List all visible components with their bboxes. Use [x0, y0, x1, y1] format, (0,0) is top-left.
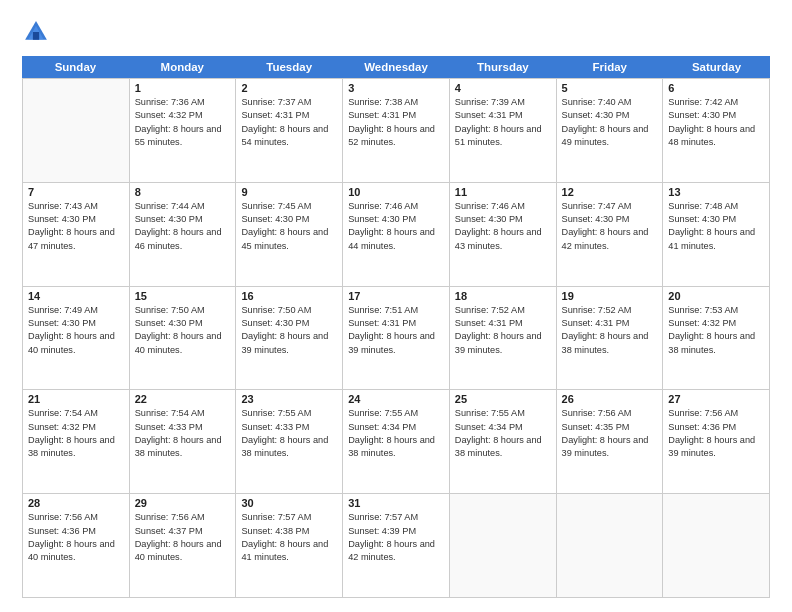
day-number: 1: [135, 82, 231, 94]
day-info: Sunrise: 7:55 AMSunset: 4:34 PMDaylight:…: [348, 407, 444, 460]
cal-cell-3: 3Sunrise: 7:38 AMSunset: 4:31 PMDaylight…: [343, 79, 450, 182]
day-info: Sunrise: 7:46 AMSunset: 4:30 PMDaylight:…: [455, 200, 551, 253]
cal-cell-empty-4-5: [557, 494, 664, 597]
cal-cell-14: 14Sunrise: 7:49 AMSunset: 4:30 PMDayligh…: [23, 287, 130, 390]
week-row-2: 7Sunrise: 7:43 AMSunset: 4:30 PMDaylight…: [22, 182, 770, 286]
day-info: Sunrise: 7:56 AMSunset: 4:36 PMDaylight:…: [668, 407, 764, 460]
day-number: 14: [28, 290, 124, 302]
day-number: 21: [28, 393, 124, 405]
day-info: Sunrise: 7:57 AMSunset: 4:39 PMDaylight:…: [348, 511, 444, 564]
day-number: 17: [348, 290, 444, 302]
logo: [22, 18, 54, 46]
day-number: 25: [455, 393, 551, 405]
cal-cell-31: 31Sunrise: 7:57 AMSunset: 4:39 PMDayligh…: [343, 494, 450, 597]
cal-cell-empty-4-6: [663, 494, 770, 597]
cal-cell-30: 30Sunrise: 7:57 AMSunset: 4:38 PMDayligh…: [236, 494, 343, 597]
day-info: Sunrise: 7:40 AMSunset: 4:30 PMDaylight:…: [562, 96, 658, 149]
day-info: Sunrise: 7:49 AMSunset: 4:30 PMDaylight:…: [28, 304, 124, 357]
day-info: Sunrise: 7:43 AMSunset: 4:30 PMDaylight:…: [28, 200, 124, 253]
cal-cell-22: 22Sunrise: 7:54 AMSunset: 4:33 PMDayligh…: [130, 390, 237, 493]
cal-cell-4: 4Sunrise: 7:39 AMSunset: 4:31 PMDaylight…: [450, 79, 557, 182]
calendar-header: SundayMondayTuesdayWednesdayThursdayFrid…: [22, 56, 770, 78]
day-number: 6: [668, 82, 764, 94]
cal-cell-24: 24Sunrise: 7:55 AMSunset: 4:34 PMDayligh…: [343, 390, 450, 493]
cal-cell-10: 10Sunrise: 7:46 AMSunset: 4:30 PMDayligh…: [343, 183, 450, 286]
week-row-4: 21Sunrise: 7:54 AMSunset: 4:32 PMDayligh…: [22, 389, 770, 493]
calendar: SundayMondayTuesdayWednesdayThursdayFrid…: [22, 56, 770, 598]
cal-cell-1: 1Sunrise: 7:36 AMSunset: 4:32 PMDaylight…: [130, 79, 237, 182]
day-number: 28: [28, 497, 124, 509]
day-number: 19: [562, 290, 658, 302]
day-number: 11: [455, 186, 551, 198]
cal-cell-11: 11Sunrise: 7:46 AMSunset: 4:30 PMDayligh…: [450, 183, 557, 286]
calendar-body: 1Sunrise: 7:36 AMSunset: 4:32 PMDaylight…: [22, 78, 770, 598]
day-number: 29: [135, 497, 231, 509]
cal-cell-27: 27Sunrise: 7:56 AMSunset: 4:36 PMDayligh…: [663, 390, 770, 493]
day-number: 26: [562, 393, 658, 405]
header-day-thursday: Thursday: [449, 56, 556, 78]
day-info: Sunrise: 7:50 AMSunset: 4:30 PMDaylight:…: [241, 304, 337, 357]
day-number: 8: [135, 186, 231, 198]
day-number: 5: [562, 82, 658, 94]
day-number: 10: [348, 186, 444, 198]
day-info: Sunrise: 7:55 AMSunset: 4:34 PMDaylight:…: [455, 407, 551, 460]
day-info: Sunrise: 7:47 AMSunset: 4:30 PMDaylight:…: [562, 200, 658, 253]
day-info: Sunrise: 7:48 AMSunset: 4:30 PMDaylight:…: [668, 200, 764, 253]
page: SundayMondayTuesdayWednesdayThursdayFrid…: [0, 0, 792, 612]
header-day-sunday: Sunday: [22, 56, 129, 78]
day-info: Sunrise: 7:46 AMSunset: 4:30 PMDaylight:…: [348, 200, 444, 253]
day-number: 13: [668, 186, 764, 198]
day-number: 18: [455, 290, 551, 302]
day-info: Sunrise: 7:54 AMSunset: 4:33 PMDaylight:…: [135, 407, 231, 460]
day-number: 12: [562, 186, 658, 198]
cal-cell-26: 26Sunrise: 7:56 AMSunset: 4:35 PMDayligh…: [557, 390, 664, 493]
day-info: Sunrise: 7:53 AMSunset: 4:32 PMDaylight:…: [668, 304, 764, 357]
day-info: Sunrise: 7:45 AMSunset: 4:30 PMDaylight:…: [241, 200, 337, 253]
day-info: Sunrise: 7:36 AMSunset: 4:32 PMDaylight:…: [135, 96, 231, 149]
day-info: Sunrise: 7:57 AMSunset: 4:38 PMDaylight:…: [241, 511, 337, 564]
cal-cell-23: 23Sunrise: 7:55 AMSunset: 4:33 PMDayligh…: [236, 390, 343, 493]
cal-cell-28: 28Sunrise: 7:56 AMSunset: 4:36 PMDayligh…: [23, 494, 130, 597]
day-info: Sunrise: 7:56 AMSunset: 4:36 PMDaylight:…: [28, 511, 124, 564]
header-day-monday: Monday: [129, 56, 236, 78]
day-info: Sunrise: 7:55 AMSunset: 4:33 PMDaylight:…: [241, 407, 337, 460]
header-day-tuesday: Tuesday: [236, 56, 343, 78]
day-number: 24: [348, 393, 444, 405]
day-number: 22: [135, 393, 231, 405]
cal-cell-25: 25Sunrise: 7:55 AMSunset: 4:34 PMDayligh…: [450, 390, 557, 493]
day-info: Sunrise: 7:38 AMSunset: 4:31 PMDaylight:…: [348, 96, 444, 149]
day-number: 3: [348, 82, 444, 94]
cal-cell-5: 5Sunrise: 7:40 AMSunset: 4:30 PMDaylight…: [557, 79, 664, 182]
cal-cell-12: 12Sunrise: 7:47 AMSunset: 4:30 PMDayligh…: [557, 183, 664, 286]
cal-cell-2: 2Sunrise: 7:37 AMSunset: 4:31 PMDaylight…: [236, 79, 343, 182]
cal-cell-15: 15Sunrise: 7:50 AMSunset: 4:30 PMDayligh…: [130, 287, 237, 390]
day-info: Sunrise: 7:37 AMSunset: 4:31 PMDaylight:…: [241, 96, 337, 149]
cal-cell-9: 9Sunrise: 7:45 AMSunset: 4:30 PMDaylight…: [236, 183, 343, 286]
cal-cell-6: 6Sunrise: 7:42 AMSunset: 4:30 PMDaylight…: [663, 79, 770, 182]
cal-cell-16: 16Sunrise: 7:50 AMSunset: 4:30 PMDayligh…: [236, 287, 343, 390]
day-number: 7: [28, 186, 124, 198]
day-number: 27: [668, 393, 764, 405]
day-number: 16: [241, 290, 337, 302]
day-info: Sunrise: 7:39 AMSunset: 4:31 PMDaylight:…: [455, 96, 551, 149]
svg-rect-2: [33, 32, 39, 40]
day-info: Sunrise: 7:44 AMSunset: 4:30 PMDaylight:…: [135, 200, 231, 253]
day-info: Sunrise: 7:52 AMSunset: 4:31 PMDaylight:…: [562, 304, 658, 357]
cal-cell-21: 21Sunrise: 7:54 AMSunset: 4:32 PMDayligh…: [23, 390, 130, 493]
cal-cell-20: 20Sunrise: 7:53 AMSunset: 4:32 PMDayligh…: [663, 287, 770, 390]
day-info: Sunrise: 7:54 AMSunset: 4:32 PMDaylight:…: [28, 407, 124, 460]
cal-cell-29: 29Sunrise: 7:56 AMSunset: 4:37 PMDayligh…: [130, 494, 237, 597]
day-info: Sunrise: 7:52 AMSunset: 4:31 PMDaylight:…: [455, 304, 551, 357]
day-info: Sunrise: 7:51 AMSunset: 4:31 PMDaylight:…: [348, 304, 444, 357]
day-number: 4: [455, 82, 551, 94]
day-info: Sunrise: 7:50 AMSunset: 4:30 PMDaylight:…: [135, 304, 231, 357]
day-number: 2: [241, 82, 337, 94]
cal-cell-7: 7Sunrise: 7:43 AMSunset: 4:30 PMDaylight…: [23, 183, 130, 286]
header-day-wednesday: Wednesday: [343, 56, 450, 78]
day-number: 31: [348, 497, 444, 509]
day-info: Sunrise: 7:56 AMSunset: 4:37 PMDaylight:…: [135, 511, 231, 564]
header: [22, 18, 770, 46]
cal-cell-17: 17Sunrise: 7:51 AMSunset: 4:31 PMDayligh…: [343, 287, 450, 390]
week-row-5: 28Sunrise: 7:56 AMSunset: 4:36 PMDayligh…: [22, 493, 770, 598]
day-number: 15: [135, 290, 231, 302]
